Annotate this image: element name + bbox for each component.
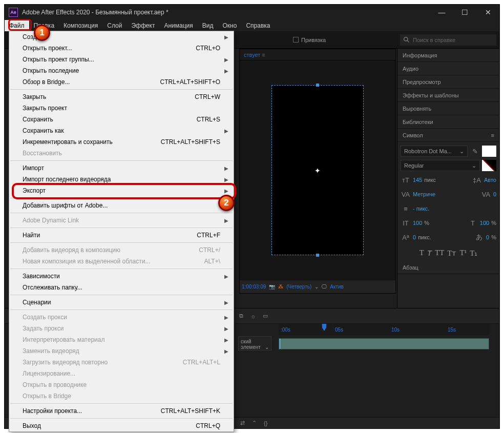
comp-canvas[interactable]: ✦ [240,60,395,280]
panel-paragraph[interactable]: Абзац [397,261,499,274]
menu-item[interactable]: Отслеживать папку... [9,282,234,293]
font-family-dropdown[interactable]: Robotron Dot Ma...⌄ [401,146,468,157]
menu-item[interactable]: Открыть проект...CTRL+O [9,43,234,54]
baseline-value[interactable]: 0 [413,234,416,240]
menu-item[interactable]: Зависимости▶ [9,271,234,282]
type-style-buttons: T T TT Tᴛ T¹ T₁ [401,245,496,258]
menu-item[interactable]: ВыходCTRL+Q [9,420,234,431]
toggle-modes-icon[interactable]: ⌃ [252,420,257,426]
allcaps-button[interactable]: TT [435,249,444,258]
callout-1: 1 [34,25,50,41]
menu-help[interactable]: Справка [241,20,275,31]
menu-item: Открыть в проводнике [9,379,234,390]
font-size-value[interactable]: 145 [413,177,422,183]
comp-frame: ✦ [272,86,363,255]
stroke-swatch[interactable] [482,160,496,171]
tsume-icon: あ [474,232,484,242]
comp-tab[interactable]: ствует ≡ [240,49,395,60]
menu-item: Восстановить [9,148,234,159]
comp-quality[interactable]: (Четверть) [286,284,311,290]
highlight-file-menu [8,19,32,31]
fx-icon[interactable]: ☼ [250,313,256,319]
handle-bottom[interactable] [316,254,319,257]
close-button[interactable]: ✕ [476,5,499,20]
font-weight-dropdown[interactable]: Regular⌄ [401,160,480,171]
toggle-brackets-icon[interactable]: {} [264,420,267,426]
menu-item[interactable]: Обзор в Bridge...CTRL+ALT+SHIFT+O [9,76,234,88]
tsume-value[interactable]: 0 [486,234,489,240]
kerning-value[interactable]: Метриче [413,191,435,197]
menu-item[interactable]: НайтиCTRL+F [9,230,234,241]
panel-preview[interactable]: Предпросмотр [397,75,499,89]
eyedropper-icon[interactable]: ✎ [470,146,480,156]
menu-item[interactable]: СохранитьCTRL+S [9,114,234,125]
menu-item: Заменить видеоряд▶ [9,345,234,357]
time-ruler[interactable]: :00s 05s 10s 15s [279,324,489,335]
vscale-value[interactable]: 100 [413,220,422,226]
italic-button[interactable]: T [427,249,432,258]
frame-blend-icon[interactable]: ▭ [263,313,268,319]
menu-item: Лицензирование... [9,368,234,379]
menu-item: Открыть в Bridge [9,390,234,402]
baseline-icon: Aª [401,232,411,242]
menu-effect[interactable]: Эффект [127,20,159,31]
menu-item: Добавить видеоряд в композициюCTRL+/ [9,244,234,256]
panel-effects[interactable]: Эффекты и шаблоны [397,89,499,102]
checkbox-icon [293,37,299,43]
panel-info[interactable]: Информация [397,49,499,62]
smallcaps-button[interactable]: Tᴛ [447,249,456,258]
menu-item: Задать прокси▶ [9,323,234,334]
app-icon: Ae [9,8,18,17]
toggle-switches-icon[interactable]: ⇄ [240,420,245,426]
hscale-value[interactable]: 100 [480,220,489,226]
fill-swatch[interactable] [482,146,496,157]
panel-libraries[interactable]: Библиотеки [397,115,499,129]
snap-toggle[interactable]: Привязка [293,37,326,43]
stroke-width-icon: ≡ [401,203,411,214]
menu-view[interactable]: Вид [198,20,218,31]
menu-item[interactable]: Инкрементировать и сохранитьCTRL+ALT+SHI… [9,136,234,148]
leading-value[interactable]: Авто [484,177,496,183]
menu-item[interactable]: Сценарии▶ [9,297,234,308]
menu-item[interactable]: Открыть проект группы...▶ [9,54,234,65]
maximize-button[interactable]: ☐ [453,5,476,20]
hscale-icon: T [468,218,478,228]
tracking-value[interactable]: 0 [493,191,496,197]
handle-top[interactable] [316,84,319,87]
menu-composition[interactable]: Композиция [59,20,102,31]
panel-audio[interactable]: Аудио [397,62,499,75]
menu-item[interactable]: Сохранить как▶ [9,125,234,136]
menu-item[interactable]: Импорт▶ [9,162,234,174]
titlebar: Ae Adobe After Effects 2020 - Безымянный… [5,5,499,20]
stroke-width-value[interactable]: - пикс. [413,205,429,212]
search-icon [403,36,410,43]
menu-item[interactable]: Добавить шрифты от Adobe... [9,200,234,211]
menu-icon[interactable]: ≡ [491,132,494,138]
menu-layer[interactable]: Слой [102,20,127,31]
menu-item[interactable]: ЗакрытьCTRL+W [9,91,234,102]
layer-name[interactable]: ский элемент⌄ [238,336,271,350]
comp-footer: 1:00:03:09 📷 ⁂ (Четверть) ⌄ 🖵 Актив [240,280,395,293]
window-title: Adobe After Effects 2020 - Безымянный пр… [22,9,430,16]
help-search[interactable]: Поиск в справке [400,34,496,46]
superscript-button[interactable]: T¹ [460,249,467,258]
menu-item: Интерпретировать материал▶ [9,334,234,345]
panel-align[interactable]: Выровнять [397,102,499,115]
menu-window[interactable]: Окно [218,20,241,31]
minimize-button[interactable]: ― [430,5,453,20]
layer-track[interactable] [279,338,489,349]
menu-item[interactable]: Настройки проекта...CTRL+ALT+SHIFT+K [9,405,234,417]
shy-icon[interactable]: ⧉ [239,313,243,319]
color-icon[interactable]: ⁂ [278,284,283,290]
bold-button[interactable]: T [419,249,424,258]
menu-item[interactable]: Закрыть проект [9,102,234,114]
anchor-icon: ✦ [314,167,321,174]
subscript-button[interactable]: T₁ [470,249,477,258]
comp-active[interactable]: Актив [330,284,344,290]
menu-item[interactable]: Открыть последние▶ [9,65,234,76]
monitor-icon[interactable]: 🖵 [322,284,327,290]
highlight-export-item [12,183,236,199]
panel-character[interactable]: Символ≡ [397,129,499,142]
menu-animation[interactable]: Анимация [159,20,197,31]
camera-icon[interactable]: 📷 [269,284,275,290]
